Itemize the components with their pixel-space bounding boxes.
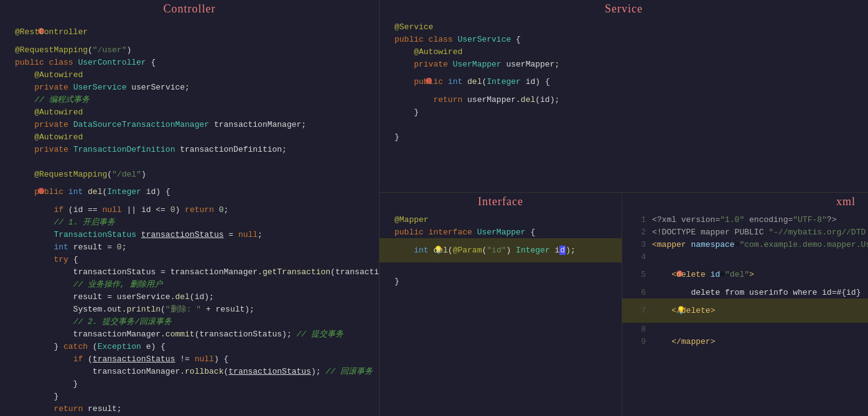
code-text: <delete id="del"> xyxy=(652,270,868,279)
right-panel: Service @Service public class UserServic… xyxy=(380,0,868,416)
right-bottom: Interface @Mapper public interface UserM… xyxy=(380,193,868,416)
xml-line-8: 8 xyxy=(622,323,868,335)
gutter xyxy=(5,21,15,44)
code-line: @Autowired xyxy=(0,106,379,118)
code-text: result = userService.del(id); xyxy=(15,292,374,302)
code-text: <mapper namespace="com.example.demo.mapp… xyxy=(652,240,868,249)
code-text: if (transactionStatus != null) { xyxy=(15,354,374,364)
line-num: 9 xyxy=(637,337,646,346)
code-text: public interface UserMapper { xyxy=(394,228,617,237)
line-num: 3 xyxy=(637,240,646,249)
service-code[interactable]: @Service public class UserService { @Aut… xyxy=(380,18,868,192)
code-line-highlighted: 💡 int del(@Param("id") Integer id); xyxy=(380,238,622,262)
code-line: public class UserService { xyxy=(380,33,868,45)
code-line: } xyxy=(380,275,622,287)
code-line: @Autowired xyxy=(0,68,379,81)
code-line: // 编程式事务 xyxy=(0,93,379,106)
interface-title: Interface xyxy=(380,193,622,211)
code-line: } xyxy=(380,106,868,118)
code-text: // 业务操作, 删除用户 xyxy=(15,279,374,290)
line-num: 2 xyxy=(637,228,646,237)
code-text: private UserService userService; xyxy=(15,83,374,92)
code-text: @Autowired xyxy=(394,47,863,57)
controller-code[interactable]: @RestController @RequestMapping("/user")… xyxy=(0,18,379,416)
code-text: public class UserService { xyxy=(394,35,863,44)
code-text: int del(@Param("id") Integer id); xyxy=(394,246,617,255)
code-line: public class UserController { xyxy=(0,56,379,68)
interface-code[interactable]: @Mapper public interface UserMapper { 💡 … xyxy=(380,211,622,416)
xml-line-2: 2 <!DOCTYPE mapper PUBLIC "-//mybatis.or… xyxy=(622,226,868,238)
code-line: // 业务操作, 删除用户 xyxy=(0,278,379,290)
code-text: } xyxy=(394,108,863,117)
code-text: private UserMapper userMapper; xyxy=(394,60,863,69)
code-line: try { xyxy=(0,253,379,266)
controller-title: Controller xyxy=(0,0,379,18)
gutter xyxy=(5,180,15,203)
xml-panel: xml 1 <?xml version="1.0" encoding="UTF-… xyxy=(622,193,868,416)
xml-line-9: 9 </mapper> xyxy=(622,335,868,348)
code-line: // 2. 提交事务/回滚事务 xyxy=(0,315,379,328)
code-line: result = userService.del(id); xyxy=(0,290,379,303)
code-text: @Autowired xyxy=(15,70,374,80)
code-line: @Autowired xyxy=(380,45,868,58)
code-text: @RequestMapping("/user") xyxy=(15,45,374,55)
code-line: return userMapper.del(id); xyxy=(380,93,868,106)
xml-line-7-highlighted: 💡 7 </delete> xyxy=(622,298,868,323)
code-text: public int del(Integer id) { xyxy=(15,187,374,196)
code-line: transactionStatus = transactionManager.g… xyxy=(0,266,379,278)
code-text: // 2. 提交事务/回滚事务 xyxy=(15,316,374,327)
code-line: } xyxy=(380,131,868,143)
xml-line-4: 4 xyxy=(622,251,868,263)
code-line: System.out.println("删除: " + result); xyxy=(0,303,379,315)
controller-panel: Controller @RestController @RequestMappi… xyxy=(0,0,380,416)
code-text: transactionStatus = transactionManager.g… xyxy=(15,267,379,277)
code-line: private TransactionDefinition transactio… xyxy=(0,143,379,155)
xml-title: xml xyxy=(622,193,868,211)
code-line: public int del(Integer id) { xyxy=(0,180,379,203)
code-text: @Autowired xyxy=(15,108,374,117)
line-num: 5 xyxy=(637,270,646,279)
gutter xyxy=(627,263,637,286)
code-text: System.out.println("删除: " + result); xyxy=(15,303,374,315)
code-line: } catch (Exception e) { xyxy=(0,340,379,353)
code-line: @RequestMapping("/del") xyxy=(0,168,379,180)
xml-line-6: 6 delete from userinfo where id=#{id} xyxy=(622,286,868,298)
code-line: @Autowired xyxy=(0,131,379,143)
code-text: <?xml version="1.0" encoding="UTF-8"?> xyxy=(652,215,868,224)
code-text: } xyxy=(15,392,374,401)
line-num: 8 xyxy=(637,325,646,334)
code-text: private TransactionDefinition transactio… xyxy=(15,145,374,154)
line-num: 7 xyxy=(637,306,646,315)
code-line: @RequestMapping("/user") xyxy=(0,44,379,56)
code-line xyxy=(380,118,868,131)
code-line: TransactionStatus transactionStatus = nu… xyxy=(0,228,379,241)
code-text: // 1. 开启事务 xyxy=(15,216,374,228)
code-line: return result; xyxy=(0,402,379,415)
code-line: @RestController xyxy=(0,21,379,44)
code-text: <!DOCTYPE mapper PUBLIC "-//mybatis.org/… xyxy=(652,228,868,237)
code-text: @RestController xyxy=(15,27,374,37)
code-text: } xyxy=(15,379,374,389)
code-line: } xyxy=(0,377,379,390)
code-text: transactionManager.commit(transactionSta… xyxy=(15,328,374,340)
code-text: public class UserController { xyxy=(15,58,374,67)
code-line: @Service xyxy=(380,21,868,33)
code-line: @Mapper xyxy=(380,213,622,226)
code-line: int result = 0; xyxy=(0,241,379,253)
gutter xyxy=(385,70,394,93)
service-panel: Service @Service public class UserServic… xyxy=(380,0,868,193)
code-text: } catch (Exception e) { xyxy=(15,342,374,351)
code-text: return result; xyxy=(15,404,374,414)
line-num: 4 xyxy=(637,252,646,262)
code-line: public int del(Integer id) { xyxy=(380,70,868,93)
code-line: public interface UserMapper { xyxy=(380,226,622,238)
code-text: TransactionStatus transactionStatus = nu… xyxy=(15,230,374,239)
xml-line-1: 1 <?xml version="1.0" encoding="UTF-8"?> xyxy=(622,213,868,226)
xml-code[interactable]: 1 <?xml version="1.0" encoding="UTF-8"?>… xyxy=(622,211,868,416)
code-text: public int del(Integer id) { xyxy=(394,77,863,86)
code-text: @Mapper xyxy=(394,215,617,224)
line-num: 1 xyxy=(637,215,646,224)
gutter: 💡 xyxy=(627,298,637,323)
code-text: @Service xyxy=(394,22,863,32)
code-text: // 编程式事务 xyxy=(15,94,374,105)
